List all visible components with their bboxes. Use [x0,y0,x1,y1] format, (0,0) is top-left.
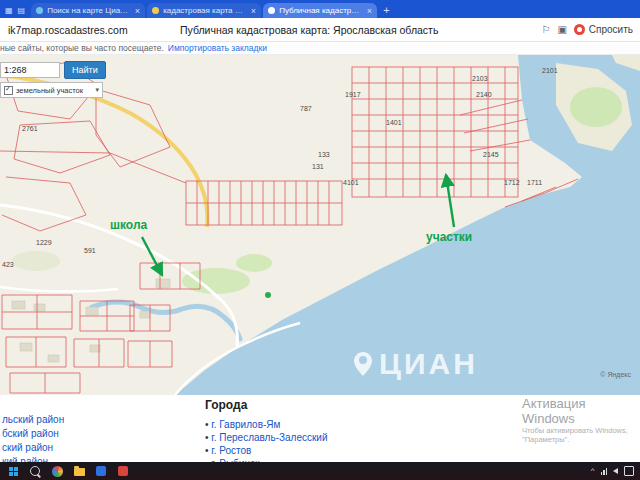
parcel-label: 131 [312,163,324,170]
layer-label: земельный участок [16,86,92,95]
map-attribution: © Яндекс [600,371,631,378]
tab-label: кадастровая карта ярос [163,6,247,15]
browser-tab-3-active[interactable]: Публичная кадастровая × [263,3,377,18]
parcel-label: 2103 [472,75,488,82]
notification-center-icon[interactable] [624,466,634,476]
search-icon [30,466,40,476]
bookmarks-bar: ные сайты, которые вы часто посещаете. И… [0,42,640,55]
parcel-label: 2101 [542,67,558,74]
activation-title: Активация Windows [522,396,640,426]
map-canvas [0,55,640,395]
parcel-label: 591 [84,247,96,254]
new-tab-button[interactable]: + [383,4,389,16]
start-button[interactable] [6,464,20,478]
page-footer: льский район бский район ский район кий … [0,395,640,462]
island-forest [570,87,622,127]
address-bar: ik7map.roscadastres.com Публичная кадаст… [0,18,640,42]
tab-overview-icon[interactable]: ▤ [18,6,26,15]
activation-line: Чтобы активировать Windows, [522,426,640,435]
tab-favicon [268,7,275,14]
pin-icon [354,352,372,376]
cities-section: Города г. Гаврилов-Ям г. Переславль-Зале… [205,398,328,462]
taskbar-search-button[interactable] [28,464,42,478]
taskbar-app-red[interactable] [116,464,130,478]
ask-button[interactable]: Спросить [574,24,633,35]
parcel-label: 2145 [483,151,499,158]
windows-logo-icon [8,466,18,476]
district-link[interactable]: ский район [2,443,64,453]
parcel-label: 1711 [527,179,542,186]
taskbar: ^ [0,462,640,480]
map-search-panel: Найти земельный участок ▾ [0,61,106,98]
window-controls: ▦ ▤ [0,6,31,18]
city-link[interactable]: г. Ростов [211,445,251,456]
red-app-icon [118,466,128,476]
cadastral-search-input[interactable] [0,62,60,78]
parcel-label: 1229 [36,239,52,246]
folder-icon [74,468,85,476]
map-watermark: ЦИАН [354,347,478,381]
taskbar-app-blue[interactable] [94,464,108,478]
windows-activation-watermark: Активация Windows Чтобы активировать Win… [522,396,640,444]
import-bookmarks-link[interactable]: Импортировать закладки [168,43,267,53]
tab-favicon [152,7,159,14]
page-title-text: Публичная кадастровая карта: Ярославская… [180,24,541,36]
browser-tab-2[interactable]: кадастровая карта ярос × [147,3,261,18]
city-list-item: г. Гаврилов-Ям [205,418,328,431]
tab-search-icon[interactable]: ▦ [5,6,13,15]
ask-label: Спросить [589,24,633,35]
poi-marker [265,292,271,298]
ask-icon [574,24,585,35]
tab-label: Поиск на карте Циан в М [47,6,131,15]
map-view[interactable]: 2761 1229 423 591 787 1917 1401 133 131 … [0,55,640,395]
browser-tab-1[interactable]: Поиск на карте Циан в М × [31,3,145,18]
tab-favicon [36,7,43,14]
forest-patch [182,268,250,294]
city-list-item: г. Ростов [205,444,328,457]
parcel-label: 1917 [345,91,361,98]
tray-chevron-icon[interactable]: ^ [591,467,595,475]
system-tray: ^ [591,466,634,476]
tab-close-icon[interactable]: × [251,6,256,16]
bookmarks-hint: ные сайты, которые вы часто посещаете. [0,43,164,53]
city-link[interactable]: г. Переславль-Залесский [211,432,327,443]
parcel-label: 133 [318,151,330,158]
parcel-label: 1712 [504,179,520,186]
bookmark-flag-icon[interactable]: ⚐ [541,24,550,35]
activation-line: "Параметры". [522,435,640,444]
forest-patch [236,254,272,272]
parcel-label: 2140 [476,91,492,98]
layer-checkbox[interactable] [4,86,13,95]
district-link[interactable]: бский район [2,429,64,439]
parcel-label: 2761 [22,125,38,132]
district-link[interactable]: льский район [2,415,64,425]
district-links: льский район бский район ский район кий … [2,415,64,462]
city-list-item: г. Переславль-Залесский [205,431,328,444]
blue-app-icon [96,466,106,476]
cities-title: Города [205,398,328,412]
screen: ▦ ▤ Поиск на карте Циан в М × кадастрова… [0,0,640,480]
city-link[interactable]: г. Гаврилов-Ям [211,419,280,430]
volume-icon[interactable] [613,468,618,474]
taskbar-app-browser[interactable] [50,464,64,478]
browser-tab-bar: ▦ ▤ Поиск на карте Циан в М × кадастрова… [0,0,640,18]
map-annotation-school: школа [110,219,147,231]
parcel-label: 787 [300,105,312,112]
address-url[interactable]: ik7map.roscadastres.com [0,24,180,36]
tab-close-icon[interactable]: × [135,6,140,16]
find-button[interactable]: Найти [64,61,106,79]
field-patch [12,251,60,271]
tab-close-icon[interactable]: × [367,6,372,16]
address-bar-actions: ⚐ ▣ Спросить [541,24,640,35]
parcel-label: 1401 [386,119,402,126]
network-icon[interactable] [601,468,608,475]
parcel-label: 4101 [343,179,359,186]
layer-select[interactable]: земельный участок ▾ [0,82,103,98]
watermark-text: ЦИАН [379,347,478,381]
browser-icon [52,466,63,477]
side-panel-icon[interactable]: ▣ [557,24,566,35]
parcel-label: 423 [2,261,14,268]
taskbar-app-explorer[interactable] [72,464,86,478]
map-annotation-plots: участки [426,231,472,243]
tab-label: Публичная кадастровая [279,6,363,15]
